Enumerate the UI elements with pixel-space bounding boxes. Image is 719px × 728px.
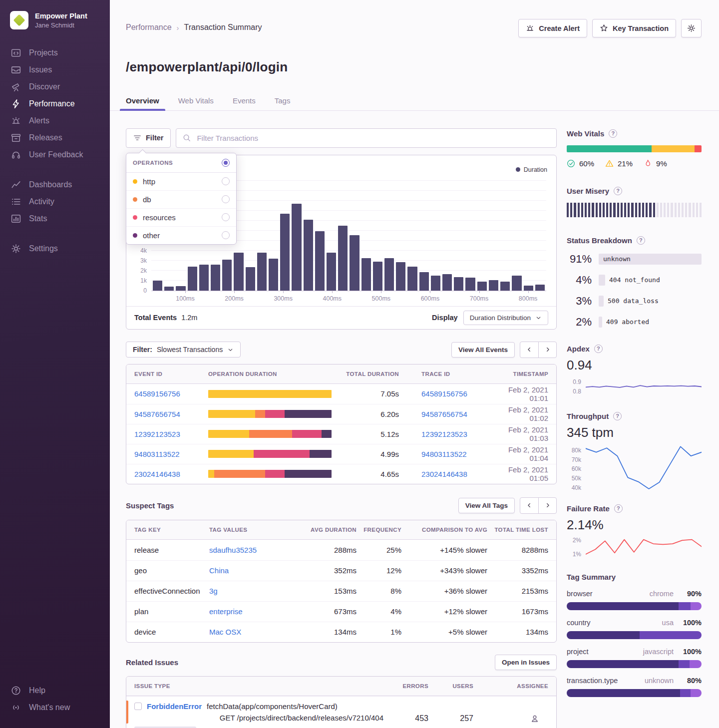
question-icon[interactable]: ?	[614, 504, 623, 513]
event-id-link[interactable]: 94587656754	[134, 410, 208, 418]
trace-id-link[interactable]: 94587656754	[399, 410, 506, 418]
pager-next-button[interactable]	[538, 342, 556, 358]
operations-radio-checked[interactable]	[222, 159, 230, 167]
histogram-y-tick: 1k	[140, 277, 147, 284]
summary-sidebar: Web Vitals ? 60%21%9% User Misery ? Stat…	[567, 125, 702, 697]
filter-button[interactable]: Filter	[126, 128, 171, 148]
tag-row: planenterprise673ms4%+12% slower1673ms	[126, 601, 556, 622]
org-switcher[interactable]: Empower Plant Jane Schmidt	[0, 11, 110, 29]
question-icon[interactable]: ?	[613, 412, 622, 420]
sidebar-item-performance[interactable]: Performance	[0, 95, 110, 112]
sidebar-item-alerts[interactable]: Alerts	[0, 112, 110, 129]
event-id-link[interactable]: 23024146438	[134, 470, 208, 478]
question-icon[interactable]: ?	[637, 236, 645, 245]
tag-summary-bar	[567, 602, 702, 610]
tag-avg-duration: 134ms	[284, 628, 357, 636]
total-duration: 4.99s	[334, 450, 399, 458]
event-id-link[interactable]: 94803113522	[134, 450, 208, 458]
pager-next-button[interactable]	[538, 498, 556, 513]
user-misery-segment	[685, 203, 687, 217]
display-dropdown[interactable]: Duration Distribution	[463, 311, 548, 325]
sidebar-item-what-s-new[interactable]: What's new	[0, 699, 110, 716]
question-icon[interactable]: ?	[609, 129, 617, 138]
total-events-label: Total Events	[134, 314, 177, 322]
key-transaction-button[interactable]: Key Transaction	[592, 19, 676, 37]
sparkline-y-tick: 2%	[573, 537, 581, 544]
events-filter-dropdown[interactable]: Filter: Slowest Transactions	[126, 342, 241, 358]
issue-description: fetchData(app/components/HoverCard)	[207, 702, 338, 711]
search-input[interactable]	[196, 133, 550, 143]
issue-type-link[interactable]: ForbiddenError	[147, 702, 202, 711]
assignee-user-icon[interactable]	[530, 714, 539, 723]
event-row: 123921235235.12s12392123523Feb 2, 2021 0…	[126, 424, 556, 444]
sidebar-item-issues[interactable]: Issues	[0, 61, 110, 78]
issue-checkbox[interactable]	[134, 703, 142, 710]
user-misery-segment	[610, 203, 612, 217]
status-row: 91%unknown	[567, 253, 702, 266]
operation-radio[interactable]	[222, 231, 230, 239]
view-all-events-button[interactable]: View All Events	[451, 342, 515, 358]
operation-duration-bar	[208, 450, 332, 458]
tag-value-link[interactable]: enterprise	[209, 607, 284, 616]
tab-web-vitals[interactable]: Web Vitals	[178, 96, 214, 110]
event-id-link[interactable]: 64589156756	[134, 389, 208, 398]
sidebar-item-help[interactable]: Help	[0, 682, 110, 699]
event-timestamp: Feb 2, 2021 01:05	[506, 465, 548, 482]
throughput-trend-line	[586, 445, 702, 491]
key-transaction-label: Key Transaction	[613, 24, 669, 32]
operation-option-other[interactable]: other	[126, 227, 236, 244]
sidebar-item-user-feedback[interactable]: User Feedback	[0, 146, 110, 163]
tag-value-link[interactable]: 3g	[209, 587, 284, 595]
user-misery-title: User Misery	[567, 187, 609, 195]
sidebar-item-label: Releases	[29, 133, 62, 142]
sidebar-item-dashboards[interactable]: Dashboards	[0, 176, 110, 193]
breadcrumb-performance[interactable]: Performance	[126, 23, 172, 32]
sidebar-item-settings[interactable]: Settings	[0, 240, 110, 257]
sidebar-item-activity[interactable]: Activity	[0, 193, 110, 210]
operation-radio[interactable]	[222, 195, 230, 203]
tag-avg-duration: 153ms	[284, 587, 357, 595]
operation-option-resources[interactable]: resources	[126, 209, 236, 227]
tag-value-link[interactable]: China	[209, 566, 284, 575]
view-all-tags-button[interactable]: View All Tags	[458, 498, 515, 513]
sidebar-item-label: Activity	[29, 197, 54, 206]
sidebar-footer-nav: HelpWhat's newCollapse	[0, 667, 110, 728]
sidebar-item-releases[interactable]: Releases	[0, 129, 110, 146]
tab-overview[interactable]: Overview	[126, 96, 159, 110]
trace-id-link[interactable]: 23024146438	[399, 470, 506, 478]
operation-option-http[interactable]: http	[126, 173, 236, 191]
operation-radio[interactable]	[222, 177, 230, 185]
column-header-trace-id: TRACE ID	[399, 371, 506, 377]
user-misery-segment	[567, 203, 569, 217]
operation-option-db[interactable]: db	[126, 191, 236, 209]
trace-id-link[interactable]: 12392123523	[399, 430, 506, 438]
trace-id-link[interactable]: 64589156756	[399, 389, 506, 398]
column-header-avg-duration: AVG DURATION	[284, 527, 357, 533]
tag-value-link[interactable]: Mac OSX	[209, 628, 284, 636]
settings-button[interactable]	[681, 19, 702, 37]
sidebar-item-discover[interactable]: Discover	[0, 78, 110, 95]
question-icon[interactable]: ?	[594, 345, 603, 353]
tag-total-time-lost: 2153ms	[487, 587, 548, 595]
event-id-link[interactable]: 12392123523	[134, 430, 208, 438]
tab-events[interactable]: Events	[233, 96, 256, 110]
tag-frequency: 12%	[357, 566, 401, 575]
question-icon[interactable]: ?	[614, 187, 622, 195]
pager-previous-button[interactable]	[520, 498, 538, 513]
sidebar-item-projects[interactable]: Projects	[0, 44, 110, 61]
trace-id-link[interactable]: 94803113522	[399, 450, 506, 458]
pager-previous-button[interactable]	[520, 342, 538, 358]
operation-radio[interactable]	[222, 213, 230, 221]
status-bar	[599, 275, 605, 286]
events-table: EVENT IDOPERATION DURATIONTOTAL DURATION…	[126, 364, 557, 484]
status-percent: 91%	[567, 253, 592, 266]
tag-summary-segment	[567, 660, 679, 668]
tag-value-link[interactable]: sdaufhu35235	[209, 546, 284, 554]
open-in-issues-button[interactable]: Open in Issues	[495, 655, 557, 670]
tag-summary-segment	[679, 660, 690, 668]
create-alert-button[interactable]: Create Alert	[518, 19, 587, 37]
histogram-bar	[431, 276, 440, 291]
tab-tags[interactable]: Tags	[275, 96, 291, 110]
web-vitals-stats: 60%21%9%	[567, 159, 702, 168]
sidebar-item-stats[interactable]: Stats	[0, 210, 110, 227]
